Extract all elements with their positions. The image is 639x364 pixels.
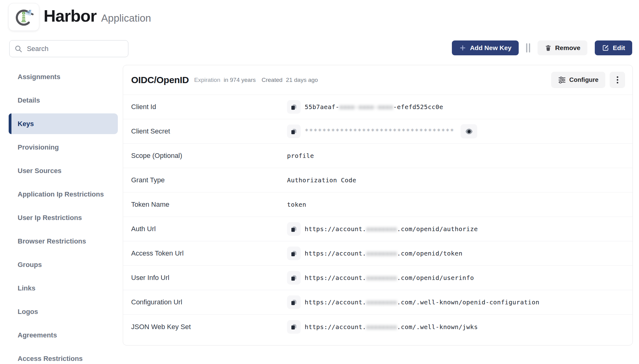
table-row: Auth Url https://account.xxxxxxxx.com/op… bbox=[123, 217, 633, 241]
value-text: .com/openid/token bbox=[397, 250, 463, 257]
value-text: .com/openid/userinfo bbox=[397, 274, 474, 281]
row-value-text: https://account.xxxxxxxx.com/.well-known… bbox=[305, 323, 478, 331]
key-details-table: Client Id 55b7aeaf-xxxx-xxxx-xxxx-efefd5… bbox=[123, 95, 633, 339]
value-text: Authorization Code bbox=[287, 176, 356, 184]
row-value-text: https://account.xxxxxxxx.com/openid/auth… bbox=[305, 225, 478, 233]
row-value: 55b7aeaf-xxxx-xxxx-xxxx-efefd525cc0e bbox=[287, 100, 443, 114]
sidebar-item-label: Provisioning bbox=[18, 143, 59, 151]
sidebar-item-label: Details bbox=[18, 96, 40, 104]
value-text: .com/openid/authorize bbox=[397, 225, 478, 233]
sidebar-item-label: Keys bbox=[18, 120, 34, 128]
sidebar-item-provisioning[interactable]: Provisioning bbox=[9, 137, 118, 158]
more-options-button[interactable] bbox=[610, 72, 625, 88]
value-text: -efefd525cc0e bbox=[393, 103, 443, 111]
sliders-icon bbox=[558, 76, 566, 84]
row-label: User Info Url bbox=[131, 274, 287, 282]
sidebar-item-label: Links bbox=[18, 284, 35, 292]
table-row: Grant Type Authorization Code bbox=[123, 168, 633, 193]
keys-panel: OIDC/OpenID Expiration in 974 years Crea… bbox=[123, 65, 633, 345]
copy-icon bbox=[290, 104, 298, 111]
value-text: https://account. bbox=[305, 323, 366, 331]
copy-icon bbox=[290, 274, 298, 281]
sidebar-item-details[interactable]: Details bbox=[9, 90, 118, 111]
sidebar-item-logos[interactable]: Logos bbox=[9, 301, 118, 322]
sidebar-item-groups[interactable]: Groups bbox=[9, 254, 118, 275]
value-text: https://account. bbox=[305, 274, 366, 281]
row-value: https://account.xxxxxxxx.com/.well-known… bbox=[287, 320, 478, 334]
sidebar-item-application-ip-restrictions[interactable]: Application Ip Restrictions bbox=[9, 184, 118, 205]
table-row: Token Name token bbox=[123, 193, 633, 217]
remove-button[interactable]: Remove bbox=[538, 40, 588, 55]
sidebar-item-label: Access Restrictions bbox=[18, 355, 83, 363]
redacted-text: xxxxxxxx bbox=[366, 323, 397, 331]
toolbar-divider bbox=[526, 43, 530, 53]
value-text: https://account. bbox=[305, 250, 366, 257]
redacted-text: xxxxxxxx bbox=[366, 298, 397, 306]
trash-icon bbox=[545, 44, 552, 52]
search-input[interactable] bbox=[26, 44, 123, 53]
row-label: Grant Type bbox=[131, 176, 287, 184]
search-box[interactable] bbox=[9, 40, 128, 57]
copy-button[interactable] bbox=[287, 100, 301, 114]
redacted-text: xxxxxxxx bbox=[366, 250, 397, 257]
row-label: Configuration Url bbox=[131, 298, 287, 306]
add-new-key-button[interactable]: Add New Key bbox=[452, 40, 518, 55]
sidebar-item-user-ip-restrictions[interactable]: User Ip Restrictions bbox=[9, 207, 118, 228]
table-row: JSON Web Key Set https://account.xxxxxxx… bbox=[123, 315, 633, 339]
row-label: Access Token Url bbox=[131, 249, 287, 257]
row-label: Scope (Optional) bbox=[131, 152, 287, 160]
value-text: 55b7aeaf- bbox=[305, 103, 339, 111]
copy-button[interactable] bbox=[287, 125, 301, 138]
sidebar-item-assignments[interactable]: Assignments bbox=[9, 66, 118, 87]
row-value: https://account.xxxxxxxx.com/openid/user… bbox=[287, 271, 474, 285]
copy-button[interactable] bbox=[287, 247, 301, 260]
reveal-secret-button[interactable] bbox=[461, 124, 477, 138]
sidebar-item-label: Assignments bbox=[18, 73, 60, 81]
row-value-text: profile bbox=[287, 152, 314, 159]
search-icon bbox=[15, 44, 22, 53]
copy-button[interactable] bbox=[287, 320, 301, 334]
value-text: .com/.well-known/jwks bbox=[397, 323, 478, 331]
add-new-key-label: Add New Key bbox=[470, 44, 511, 52]
row-value-text: Authorization Code bbox=[287, 176, 356, 184]
expiration-label: Expiration bbox=[194, 77, 221, 83]
sidebar-item-label: Application Ip Restrictions bbox=[18, 190, 104, 198]
remove-label: Remove bbox=[555, 44, 581, 52]
value-text: ********************************** bbox=[305, 128, 454, 135]
row-value-text: ********************************** bbox=[305, 128, 454, 135]
configure-button[interactable]: Configure bbox=[551, 72, 605, 88]
created-value: 21 days ago bbox=[286, 77, 318, 83]
sidebar-item-agreements[interactable]: Agreements bbox=[9, 325, 118, 345]
table-row: User Info Url https://account.xxxxxxxx.c… bbox=[123, 266, 633, 290]
sidebar-item-access-restrictions[interactable]: Access Restrictions bbox=[9, 348, 118, 364]
app-type-label: Application bbox=[101, 12, 151, 24]
copy-button[interactable] bbox=[287, 222, 301, 236]
row-value: https://account.xxxxxxxx.com/openid/auth… bbox=[287, 222, 478, 236]
redacted-text: xxxxxxxx bbox=[366, 225, 397, 233]
sidebar-item-browser-restrictions[interactable]: Browser Restrictions bbox=[9, 231, 118, 252]
row-value: https://account.xxxxxxxx.com/openid/toke… bbox=[287, 247, 462, 260]
edit-icon bbox=[602, 44, 609, 52]
copy-icon bbox=[290, 128, 298, 135]
panel-meta: Expiration in 974 years Created 21 days … bbox=[194, 77, 318, 83]
row-label: Token Name bbox=[131, 201, 287, 209]
copy-button[interactable] bbox=[287, 295, 301, 309]
row-value-text: 55b7aeaf-xxxx-xxxx-xxxx-efefd525cc0e bbox=[305, 103, 443, 111]
redacted-text: xxxxxxxx bbox=[366, 274, 397, 281]
copy-button[interactable] bbox=[287, 271, 301, 285]
eye-icon bbox=[465, 128, 473, 135]
table-row: Configuration Url https://account.xxxxxx… bbox=[123, 290, 633, 315]
row-label: Client Id bbox=[131, 103, 287, 111]
sidebar-item-label: Agreements bbox=[18, 331, 57, 339]
row-label: Client Secret bbox=[131, 127, 287, 135]
edit-button[interactable]: Edit bbox=[595, 40, 632, 55]
sidebar-item-label: Groups bbox=[18, 261, 42, 269]
sidebar-item-user-sources[interactable]: User Sources bbox=[9, 160, 118, 181]
app-title: Harbor Application bbox=[44, 6, 151, 25]
sidebar-nav: Assignments Details Keys Provisioning Us… bbox=[0, 65, 118, 364]
sidebar-item-links[interactable]: Links bbox=[9, 278, 118, 298]
value-text: token bbox=[287, 201, 306, 208]
sidebar-item-label: Browser Restrictions bbox=[18, 237, 86, 245]
expiration-value: in 974 years bbox=[224, 77, 256, 83]
sidebar-item-keys[interactable]: Keys bbox=[9, 113, 118, 134]
